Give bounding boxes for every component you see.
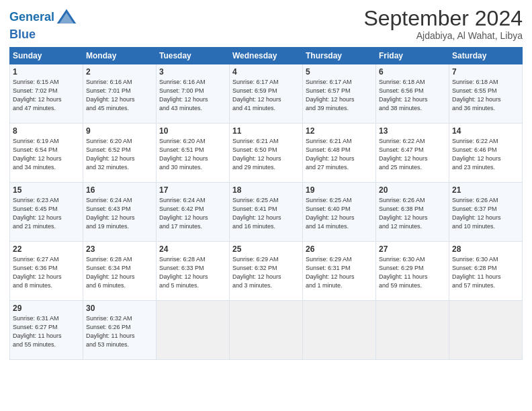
logo-text: General [9, 11, 54, 24]
day-info: Sunrise: 6:19 AM Sunset: 6:54 PM Dayligh… [13, 137, 80, 172]
location: Ajdabiya, Al Wahat, Libya [363, 30, 523, 41]
calendar-week-row: 29Sunrise: 6:31 AM Sunset: 6:27 PM Dayli… [10, 300, 523, 359]
calendar-header-row: Sunday Monday Tuesday Wednesday Thursday… [10, 47, 523, 64]
table-row: 18Sunrise: 6:25 AM Sunset: 6:41 PM Dayli… [230, 182, 303, 241]
col-tuesday: Tuesday [157, 47, 230, 64]
day-info: Sunrise: 6:28 AM Sunset: 6:33 PM Dayligh… [159, 255, 226, 290]
table-row: 4Sunrise: 6:17 AM Sunset: 6:59 PM Daylig… [230, 64, 303, 123]
table-row: 24Sunrise: 6:28 AM Sunset: 6:33 PM Dayli… [157, 241, 230, 300]
col-monday: Monday [83, 47, 157, 64]
day-number: 14 [452, 126, 519, 136]
day-number: 24 [159, 244, 226, 254]
day-info: Sunrise: 6:18 AM Sunset: 6:55 PM Dayligh… [452, 78, 519, 113]
day-number: 23 [86, 244, 153, 254]
day-info: Sunrise: 6:27 AM Sunset: 6:36 PM Dayligh… [13, 255, 80, 290]
day-number: 20 [379, 185, 446, 195]
day-info: Sunrise: 6:20 AM Sunset: 6:52 PM Dayligh… [86, 137, 153, 172]
calendar-week-row: 15Sunrise: 6:23 AM Sunset: 6:45 PM Dayli… [10, 182, 523, 241]
calendar-week-row: 1Sunrise: 6:15 AM Sunset: 7:02 PM Daylig… [10, 64, 523, 123]
calendar-week-row: 8Sunrise: 6:19 AM Sunset: 6:54 PM Daylig… [10, 123, 523, 182]
table-row: 1Sunrise: 6:15 AM Sunset: 7:02 PM Daylig… [10, 64, 83, 123]
day-info: Sunrise: 6:18 AM Sunset: 6:56 PM Dayligh… [379, 78, 446, 113]
day-number: 2 [86, 67, 153, 77]
table-row: 5Sunrise: 6:17 AM Sunset: 6:57 PM Daylig… [303, 64, 376, 123]
day-number: 7 [452, 67, 519, 77]
table-row [449, 300, 523, 359]
day-info: Sunrise: 6:29 AM Sunset: 6:31 PM Dayligh… [306, 255, 373, 290]
table-row [157, 300, 230, 359]
table-row: 2Sunrise: 6:16 AM Sunset: 7:01 PM Daylig… [83, 64, 157, 123]
day-info: Sunrise: 6:17 AM Sunset: 6:57 PM Dayligh… [306, 78, 373, 113]
month-title: September 2024 [363, 7, 523, 30]
logo-icon [56, 7, 77, 28]
day-number: 18 [232, 185, 300, 195]
day-info: Sunrise: 6:21 AM Sunset: 6:50 PM Dayligh… [232, 137, 300, 172]
day-number: 16 [86, 185, 153, 195]
table-row: 20Sunrise: 6:26 AM Sunset: 6:38 PM Dayli… [376, 182, 449, 241]
day-number: 9 [86, 126, 153, 136]
logo-text2: Blue [9, 28, 77, 42]
day-number: 21 [452, 185, 519, 195]
day-info: Sunrise: 6:26 AM Sunset: 6:37 PM Dayligh… [452, 196, 519, 231]
day-number: 22 [13, 244, 80, 254]
col-saturday: Saturday [449, 47, 523, 64]
table-row: 30Sunrise: 6:32 AM Sunset: 6:26 PM Dayli… [83, 300, 157, 359]
col-wednesday: Wednesday [230, 47, 303, 64]
day-info: Sunrise: 6:24 AM Sunset: 6:42 PM Dayligh… [159, 196, 226, 231]
day-number: 26 [306, 244, 373, 254]
day-number: 11 [232, 126, 300, 136]
day-number: 30 [86, 304, 153, 313]
day-info: Sunrise: 6:21 AM Sunset: 6:48 PM Dayligh… [306, 137, 373, 172]
day-number: 4 [232, 67, 300, 77]
day-number: 1 [13, 67, 80, 77]
table-row: 14Sunrise: 6:22 AM Sunset: 6:46 PM Dayli… [449, 123, 523, 182]
day-number: 5 [306, 67, 373, 77]
table-row: 10Sunrise: 6:20 AM Sunset: 6:51 PM Dayli… [157, 123, 230, 182]
table-row: 25Sunrise: 6:29 AM Sunset: 6:32 PM Dayli… [230, 241, 303, 300]
day-info: Sunrise: 6:22 AM Sunset: 6:47 PM Dayligh… [379, 137, 446, 172]
title-block: September 2024 Ajdabiya, Al Wahat, Libya [363, 7, 523, 41]
col-friday: Friday [376, 47, 449, 64]
col-sunday: Sunday [10, 47, 83, 64]
table-row: 21Sunrise: 6:26 AM Sunset: 6:37 PM Dayli… [449, 182, 523, 241]
table-row: 22Sunrise: 6:27 AM Sunset: 6:36 PM Dayli… [10, 241, 83, 300]
day-info: Sunrise: 6:17 AM Sunset: 6:59 PM Dayligh… [232, 78, 300, 113]
day-number: 27 [379, 244, 446, 254]
day-number: 29 [13, 304, 80, 313]
table-row: 27Sunrise: 6:30 AM Sunset: 6:29 PM Dayli… [376, 241, 449, 300]
day-info: Sunrise: 6:16 AM Sunset: 7:01 PM Dayligh… [86, 78, 153, 113]
day-info: Sunrise: 6:15 AM Sunset: 7:02 PM Dayligh… [13, 78, 80, 113]
day-number: 8 [13, 126, 80, 136]
day-number: 6 [379, 67, 446, 77]
table-row: 3Sunrise: 6:16 AM Sunset: 7:00 PM Daylig… [157, 64, 230, 123]
day-info: Sunrise: 6:28 AM Sunset: 6:34 PM Dayligh… [86, 255, 153, 290]
table-row: 29Sunrise: 6:31 AM Sunset: 6:27 PM Dayli… [10, 300, 83, 359]
calendar-table: Sunday Monday Tuesday Wednesday Thursday… [9, 47, 523, 360]
day-info: Sunrise: 6:25 AM Sunset: 6:41 PM Dayligh… [232, 196, 300, 231]
logo: General Blue [9, 7, 77, 42]
day-info: Sunrise: 6:32 AM Sunset: 6:26 PM Dayligh… [86, 314, 153, 349]
table-row: 16Sunrise: 6:24 AM Sunset: 6:43 PM Dayli… [83, 182, 157, 241]
table-row: 6Sunrise: 6:18 AM Sunset: 6:56 PM Daylig… [376, 64, 449, 123]
table-row: 23Sunrise: 6:28 AM Sunset: 6:34 PM Dayli… [83, 241, 157, 300]
col-thursday: Thursday [303, 47, 376, 64]
table-row: 13Sunrise: 6:22 AM Sunset: 6:47 PM Dayli… [376, 123, 449, 182]
table-row: 9Sunrise: 6:20 AM Sunset: 6:52 PM Daylig… [83, 123, 157, 182]
day-number: 19 [306, 185, 373, 195]
table-row: 11Sunrise: 6:21 AM Sunset: 6:50 PM Dayli… [230, 123, 303, 182]
day-info: Sunrise: 6:16 AM Sunset: 7:00 PM Dayligh… [159, 78, 226, 113]
day-number: 12 [306, 126, 373, 136]
day-number: 15 [13, 185, 80, 195]
table-row: 8Sunrise: 6:19 AM Sunset: 6:54 PM Daylig… [10, 123, 83, 182]
day-info: Sunrise: 6:31 AM Sunset: 6:27 PM Dayligh… [13, 314, 80, 349]
day-number: 17 [159, 185, 226, 195]
day-number: 25 [232, 244, 300, 254]
day-number: 3 [159, 67, 226, 77]
day-info: Sunrise: 6:24 AM Sunset: 6:43 PM Dayligh… [86, 196, 153, 231]
table-row: 12Sunrise: 6:21 AM Sunset: 6:48 PM Dayli… [303, 123, 376, 182]
day-info: Sunrise: 6:25 AM Sunset: 6:40 PM Dayligh… [306, 196, 373, 231]
calendar-week-row: 22Sunrise: 6:27 AM Sunset: 6:36 PM Dayli… [10, 241, 523, 300]
table-row: 26Sunrise: 6:29 AM Sunset: 6:31 PM Dayli… [303, 241, 376, 300]
day-info: Sunrise: 6:26 AM Sunset: 6:38 PM Dayligh… [379, 196, 446, 231]
table-row: 15Sunrise: 6:23 AM Sunset: 6:45 PM Dayli… [10, 182, 83, 241]
